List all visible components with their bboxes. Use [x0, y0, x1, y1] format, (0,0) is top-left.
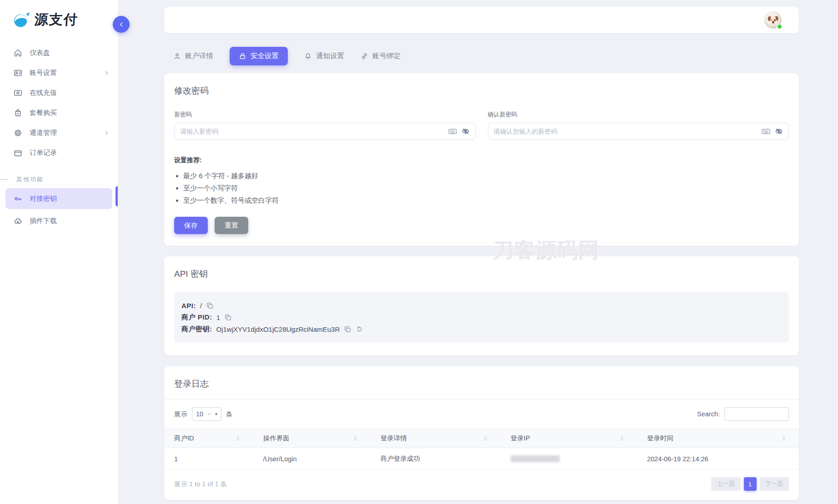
change-password-card: 修改密码 新密码 确认新密码 — [164, 73, 799, 246]
new-password-group: 新密码 — [174, 110, 476, 140]
sidebar-item-label: 套餐购买 — [30, 109, 57, 117]
input-wrap — [174, 123, 476, 140]
table-footer: 展示 1 to 1 of 1 条 上一页 1 下一页 — [164, 470, 799, 500]
column-header-login-time[interactable]: 登录时间 — [637, 429, 799, 448]
logo: 源支付 — [0, 0, 118, 29]
eye-off-icon[interactable] — [775, 127, 783, 135]
cell-login-detail: 商户登录成功 — [371, 448, 501, 470]
api-row: 商户密钥: Oj1wjXYV1djdxO1jC28UgzRciNamEu3R — [181, 323, 782, 335]
copy-icon[interactable] — [344, 325, 351, 333]
table-row: 1 /User/Login 商户登录成功 2024-06-19 22:14:26 — [164, 448, 799, 470]
api-label: 商户密钥: — [181, 325, 212, 334]
keyboard-icon[interactable] — [448, 127, 457, 136]
confirm-password-group: 确认新密码 — [488, 110, 789, 140]
search-control: Search: — [697, 407, 789, 421]
sidebar-item-online-recharge[interactable]: 在线充值 — [0, 83, 118, 103]
field-label: 确认新密码 — [488, 110, 789, 119]
tab-account-details[interactable]: 账户详情 — [173, 51, 213, 61]
recommend-item: 最少 6 个字符 - 越多越好 — [183, 172, 789, 180]
current-page-button[interactable]: 1 — [744, 477, 757, 491]
button-row: 保存 重置 — [174, 217, 789, 234]
banknote-icon — [14, 89, 22, 97]
sidebar-item-account-settings[interactable]: 账号设置 — [0, 63, 118, 83]
shopping-bag-icon — [14, 109, 22, 117]
tab-account-binding[interactable]: 账号绑定 — [361, 51, 401, 61]
recommend-item: 至少一个数字、符号或空白字符 — [183, 196, 789, 205]
show-label: 展示 — [174, 410, 187, 419]
sort-icon — [235, 435, 241, 442]
table-header-row: 商户ID 操作界面 登录详情 登录IP 登录时间 — [164, 429, 799, 448]
sidebar-item-label: 通道管理 — [30, 129, 57, 137]
link-icon — [361, 52, 368, 60]
next-page-button[interactable]: 下一页 — [760, 477, 789, 491]
sidebar-item-order-records[interactable]: 订单记录 — [0, 143, 118, 163]
table-controls: 展示 10 ▾ 条 Search: — [164, 399, 799, 429]
merchant-secret-value: Oj1wjXYV1djdxO1jC28UgzRciNamEu3R — [216, 325, 340, 333]
user-avatar[interactable]: 🐶 — [764, 11, 782, 29]
sort-icon — [482, 435, 489, 442]
prev-page-button[interactable]: 上一页 — [711, 477, 741, 491]
tab-notification-settings[interactable]: 通知设置 — [304, 51, 344, 61]
login-log-table: 商户ID 操作界面 登录详情 登录IP 登录时间 1 /User/Login 商… — [164, 429, 799, 470]
copy-icon[interactable] — [206, 302, 214, 309]
user-icon — [173, 52, 181, 60]
sidebar-item-api-key[interactable]: 对接密钥 — [5, 188, 112, 209]
column-header-merchant-id[interactable]: 商户ID — [164, 429, 253, 448]
main-content: 🐶 账户详情 安全设置 通知设置 账号绑定 修改密码 — [118, 0, 838, 504]
pagination-info: 展示 1 to 1 of 1 条 — [174, 480, 227, 489]
recommend-title: 设置推荐: — [174, 156, 789, 165]
sort-icon — [619, 435, 625, 442]
column-header-login-detail[interactable]: 登录详情 — [371, 429, 501, 448]
chevron-right-icon — [104, 70, 110, 76]
chevron-left-icon — [118, 21, 125, 28]
save-button[interactable]: 保存 — [174, 217, 208, 234]
sidebar-item-package-purchase[interactable]: 套餐购买 — [0, 103, 118, 123]
input-wrap — [488, 123, 789, 140]
page-size-select[interactable]: 10 ▾ — [192, 407, 221, 421]
logo-text: 源支付 — [34, 10, 79, 29]
divider — [0, 179, 8, 180]
reset-button[interactable]: 重置 — [215, 217, 248, 234]
keyboard-icon[interactable] — [761, 127, 771, 136]
sidebar-collapse-button[interactable] — [113, 16, 130, 33]
chevron-down-icon — [206, 411, 212, 417]
sidebar-item-dashboard[interactable]: 仪表盘 — [0, 43, 118, 63]
api-row: API: / — [181, 299, 782, 311]
column-header-login-ip[interactable]: 登录IP — [501, 429, 637, 448]
tab-security-settings[interactable]: 安全设置 — [230, 47, 288, 65]
app-root: 源支付 仪表盘 账号设置 在线充值 套餐购买 — [0, 0, 838, 504]
home-icon — [14, 49, 22, 57]
chevron-right-icon — [104, 130, 110, 136]
sidebar-item-label: 插件下载 — [30, 217, 57, 225]
unit-label: 条 — [226, 410, 233, 419]
wallet-icon — [14, 149, 22, 157]
api-row: 商户 PID: 1 — [181, 311, 782, 323]
sidebar-item-channel-management[interactable]: 通道管理 — [0, 123, 118, 143]
sidebar-item-label: 仪表盘 — [30, 49, 50, 57]
regenerate-icon[interactable] — [356, 325, 363, 333]
api-key-card: API 密钥 API: / 商户 PID: 1 商户密钥: Oj1wjXYV1d… — [164, 256, 799, 355]
eye-off-icon[interactable] — [462, 127, 470, 135]
recommend-list: 最少 6 个字符 - 越多越好 至少一个小写字符 至少一个数字、符号或空白字符 — [174, 172, 789, 205]
id-card-icon — [14, 69, 22, 77]
page-size-control: 展示 10 ▾ 条 — [174, 407, 232, 421]
api-key-box: API: / 商户 PID: 1 商户密钥: Oj1wjXYV1djdxO1jC… — [174, 292, 789, 343]
new-password-input[interactable] — [174, 123, 476, 140]
sidebar-item-plugin-download[interactable]: 插件下载 — [0, 211, 118, 231]
sidebar-item-label: 订单记录 — [30, 149, 57, 157]
card-title: 修改密码 — [174, 85, 789, 97]
key-icon — [14, 195, 22, 203]
confirm-password-input[interactable] — [488, 123, 789, 140]
cell-login-ip — [501, 448, 637, 470]
column-header-operation-page[interactable]: 操作界面 — [253, 429, 370, 448]
sort-icon — [352, 435, 359, 442]
redacted-ip — [511, 455, 560, 462]
cloud-download-icon — [14, 217, 22, 225]
bell-icon — [304, 52, 312, 60]
card-title: API 密钥 — [174, 268, 789, 280]
search-input[interactable] — [724, 407, 789, 421]
field-label: 新密码 — [174, 110, 476, 119]
search-label: Search: — [697, 410, 720, 418]
login-log-card: 登录日志 展示 10 ▾ 条 Search: — [164, 366, 799, 500]
copy-icon[interactable] — [224, 314, 232, 321]
